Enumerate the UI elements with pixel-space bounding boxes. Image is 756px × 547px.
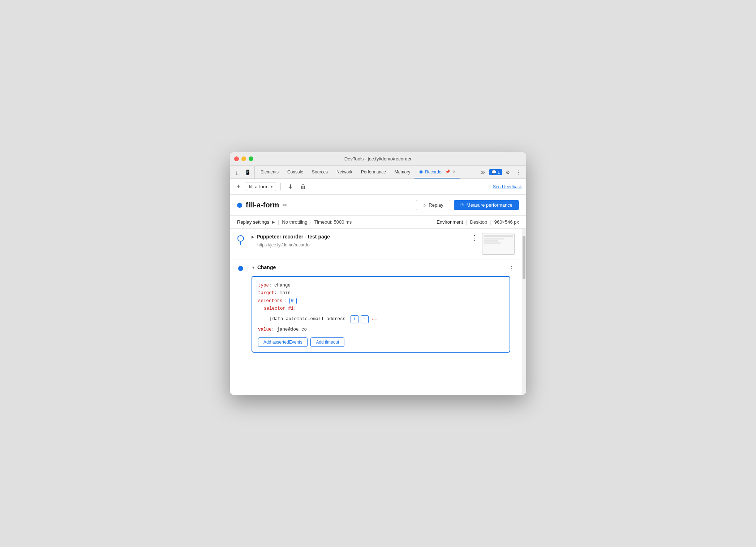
red-arrow-indicator: ← bbox=[372, 313, 377, 326]
separator2: | bbox=[310, 219, 311, 225]
replay-settings-expand-icon[interactable]: ▶ bbox=[272, 220, 275, 224]
replay-play-icon: ▷ bbox=[423, 202, 426, 208]
code-selectors-line: selectors: bbox=[258, 297, 504, 305]
timeout-label: Timeout: 5000 ms bbox=[314, 219, 352, 225]
code-selector-num-line: selector #1: bbox=[258, 305, 504, 313]
step1-expand-icon[interactable]: ▶ bbox=[252, 235, 254, 239]
add-timeout-button[interactable]: Add timeout bbox=[310, 337, 344, 347]
kebab-menu-icon[interactable]: ⋮ bbox=[514, 169, 523, 175]
step2-more-icon[interactable]: ⋮ bbox=[507, 264, 516, 272]
measure-performance-button[interactable]: ⟳ Measure performance bbox=[454, 200, 519, 210]
environment-label: Environment bbox=[437, 219, 463, 225]
send-feedback-link[interactable]: Send feedback bbox=[493, 184, 522, 189]
step1-header: ▶ Puppeteer recorder - test page bbox=[252, 234, 330, 240]
tab-performance[interactable]: Performance bbox=[357, 166, 390, 178]
separator4: | bbox=[490, 219, 491, 225]
edit-recording-name-icon[interactable]: ✏ bbox=[283, 202, 287, 208]
dropdown-icon: ▾ bbox=[271, 184, 273, 189]
scrollbar[interactable] bbox=[522, 229, 526, 395]
tab-memory[interactable]: Memory bbox=[390, 166, 414, 178]
chat-icon: 💬 bbox=[491, 170, 497, 175]
step1-thumbnail bbox=[482, 229, 522, 259]
main-content: fill-a-form ✏ ▷ Replay ⟳ Measure perform… bbox=[230, 195, 526, 395]
toolbar: + fill-a-form ▾ ⬇ 🗑 Send feedback bbox=[230, 179, 526, 195]
settings-icon[interactable]: ⚙ bbox=[503, 169, 512, 175]
tab-recorder[interactable]: ⏺ Recorder 📌 ✕ bbox=[414, 166, 460, 178]
step2-header: ▼ Change bbox=[252, 264, 276, 270]
devtools-window: DevTools - jec.fyi/demo/recorder ⬚ 📱 Ele… bbox=[230, 152, 526, 395]
tab-close-recorder[interactable]: ✕ bbox=[452, 169, 456, 174]
chat-badge[interactable]: 💬 1 bbox=[489, 169, 502, 175]
step1-circle bbox=[237, 235, 244, 242]
step-row-1: ▶ Puppeteer recorder - test page ⋮ https… bbox=[230, 229, 522, 259]
recorder-icon: ⏺ bbox=[419, 169, 424, 175]
step1-body: ▶ Puppeteer recorder - test page ⋮ https… bbox=[252, 229, 482, 253]
step2-collapse-icon[interactable]: ▼ bbox=[252, 266, 255, 270]
tab-network[interactable]: Network bbox=[332, 166, 357, 178]
scroll-thumb[interactable] bbox=[523, 236, 525, 279]
minimize-button[interactable] bbox=[241, 156, 246, 161]
step-row-2: ▼ Change ⋮ type: change target: main bbox=[230, 259, 522, 364]
add-recording-button[interactable]: + bbox=[234, 182, 243, 191]
recording-name-title: fill-a-form bbox=[246, 201, 279, 209]
recorder-pin-icon: 📌 bbox=[445, 169, 450, 174]
replay-settings-bar: Replay settings ▶ | No throttling | Time… bbox=[230, 216, 526, 229]
recording-actions: ▷ Replay ⟳ Measure performance bbox=[416, 200, 519, 210]
titlebar: DevTools - jec.fyi/demo/recorder bbox=[230, 152, 526, 166]
step1-url: https://jec.fyi/demo/recorder bbox=[252, 242, 482, 247]
step1-title: Puppeteer recorder - test page bbox=[257, 234, 330, 240]
code-selector-value-row: [data-automate=email-address] + − ← bbox=[258, 313, 504, 326]
selector-value-text: [data-automate=email-address] bbox=[270, 315, 348, 323]
step1-thumb bbox=[482, 233, 515, 255]
steps-content: ▶ Puppeteer recorder - test page ⋮ https… bbox=[230, 229, 522, 395]
step2-circle bbox=[238, 266, 243, 271]
devtools-tabs: ⬚ 📱 Elements Console Sources Network Per… bbox=[230, 166, 526, 179]
step1-line bbox=[240, 242, 241, 245]
tab-sources[interactable]: Sources bbox=[308, 166, 332, 178]
remove-selector-button[interactable]: − bbox=[361, 315, 369, 323]
step1-more-icon[interactable]: ⋮ bbox=[467, 234, 482, 242]
selector-type-icon[interactable] bbox=[289, 298, 297, 304]
replay-settings-right: Environment | Desktop | 960×546 px bbox=[437, 219, 519, 225]
delete-button[interactable]: 🗑 bbox=[298, 182, 308, 192]
tab-elements[interactable]: Elements bbox=[256, 166, 283, 178]
download-button[interactable]: ⬇ bbox=[285, 182, 295, 192]
desktop-label: Desktop bbox=[470, 219, 487, 225]
no-throttling-label: No throttling bbox=[282, 219, 307, 225]
traffic-lights bbox=[234, 156, 253, 161]
maximize-button[interactable] bbox=[249, 156, 253, 161]
recording-selector[interactable]: fill-a-form ▾ bbox=[246, 182, 276, 191]
svg-rect-0 bbox=[291, 299, 293, 301]
recording-title: fill-a-form ✏ bbox=[237, 201, 287, 209]
separator3: | bbox=[466, 219, 467, 225]
add-selector-button[interactable]: + bbox=[351, 315, 358, 323]
viewport-label: 960×546 px bbox=[494, 219, 519, 225]
step2-code-block: type: change target: main selectors: bbox=[252, 276, 510, 353]
code-type-line: type: change bbox=[258, 282, 504, 289]
measure-icon: ⟳ bbox=[460, 202, 464, 208]
code-target-line: target: main bbox=[258, 289, 504, 297]
separator: | bbox=[278, 219, 279, 225]
download-icon: ⬇ bbox=[288, 183, 293, 190]
replay-settings-label: Replay settings bbox=[237, 219, 269, 225]
steps-scroll-area: ▶ Puppeteer recorder - test page ⋮ https… bbox=[230, 229, 526, 395]
recording-status-dot bbox=[237, 203, 242, 208]
device-icon[interactable]: 📱 bbox=[244, 168, 252, 176]
more-tabs-icon[interactable]: ≫ bbox=[478, 169, 488, 175]
inspect-icon[interactable]: ⬚ bbox=[234, 168, 242, 176]
delete-icon: 🗑 bbox=[300, 184, 306, 190]
close-button[interactable] bbox=[234, 156, 239, 161]
tab-console[interactable]: Console bbox=[283, 166, 308, 178]
dt-right-area: ≫ 💬 1 ⚙ ⋮ bbox=[478, 166, 525, 178]
code-actions: Add assertedEvents Add timeout bbox=[258, 337, 504, 347]
step2-body: ▼ Change ⋮ type: change target: main bbox=[252, 259, 522, 364]
add-asserted-events-button[interactable]: Add assertedEvents bbox=[258, 337, 308, 347]
toolbar-separator bbox=[280, 183, 281, 190]
recording-header: fill-a-form ✏ ▷ Replay ⟳ Measure perform… bbox=[230, 195, 526, 216]
code-value-line: value: jane@doe.co bbox=[258, 326, 504, 333]
dt-icons: ⬚ 📱 bbox=[231, 166, 255, 178]
recording-name: fill-a-form bbox=[249, 184, 269, 189]
step2-title: Change bbox=[257, 264, 276, 270]
replay-button[interactable]: ▷ Replay bbox=[416, 200, 450, 210]
window-title: DevTools - jec.fyi/demo/recorder bbox=[344, 156, 412, 161]
